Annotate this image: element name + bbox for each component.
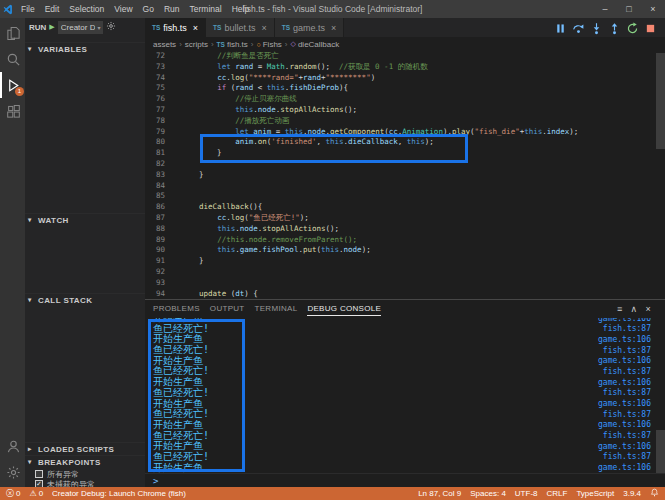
line-number[interactable]: 75 [145, 83, 175, 94]
checkbox-unchecked[interactable] [35, 470, 43, 478]
line-number[interactable]: 86 [145, 202, 175, 213]
panel-scrollbar[interactable] [656, 430, 665, 473]
breadcrumb-item[interactable]: assets [153, 40, 176, 49]
code-line[interactable]: 80 anim.on('finished', this.dieCallback,… [145, 137, 665, 148]
code-line[interactable]: 75 if (rand < this.fishDieProb){ [145, 83, 665, 94]
breadcrumb-item[interactable]: scripts [185, 40, 208, 49]
close-button[interactable]: × [641, 0, 665, 18]
code-line[interactable]: 90 this.game.fishPool.put(this.node); [145, 245, 665, 256]
line-number[interactable]: 89 [145, 235, 175, 246]
code-line[interactable]: 79 let anim = this.node.getComponent(cc.… [145, 127, 665, 138]
breadcrumb-item[interactable]: ◇dieCallback [291, 40, 340, 49]
line-number[interactable]: 91 [145, 256, 175, 267]
console-source-link[interactable]: game.ts:106 [598, 378, 665, 387]
code-line[interactable]: 73 let rand = Math.random(); //获取是 0 -1 … [145, 62, 665, 73]
debug-console-input[interactable]: > [145, 473, 665, 487]
line-number[interactable]: 77 [145, 105, 175, 116]
panel-tab-output[interactable]: OUTPUT [210, 302, 245, 316]
stop-icon[interactable] [644, 21, 657, 34]
section-variables[interactable]: VARIABLES [25, 42, 145, 55]
console-source-link[interactable]: game.ts:106 [598, 463, 665, 472]
code-line[interactable]: 82 [145, 159, 665, 170]
line-number[interactable]: 79 [145, 127, 175, 138]
explorer-icon[interactable] [0, 20, 25, 46]
console-source-link[interactable]: game.ts:106 [598, 399, 665, 408]
editor-scrollbar[interactable] [656, 53, 665, 149]
line-number[interactable]: 74 [145, 73, 175, 84]
breakpoint-all-exceptions[interactable]: 所有异常 [35, 469, 79, 479]
code-line[interactable]: 85 [145, 191, 665, 202]
step-out-icon[interactable] [608, 21, 621, 34]
code-line[interactable]: 83 } [145, 170, 665, 181]
console-source-link[interactable]: game.ts:106 [598, 356, 665, 365]
section-watch[interactable]: WATCH [25, 213, 145, 226]
line-number[interactable]: 81 [145, 148, 175, 159]
console-source-link[interactable]: fish.ts:87 [603, 367, 665, 376]
line-number[interactable]: 93 [145, 278, 175, 289]
code-line[interactable]: 84 [145, 181, 665, 192]
code-line[interactable]: 77 this.node.stopAllActions(); [145, 105, 665, 116]
indentation[interactable]: Spaces: 4 [470, 489, 506, 498]
code-line[interactable]: 88 this.node.stopAllActions(); [145, 224, 665, 235]
restart-icon[interactable] [626, 21, 639, 34]
line-number[interactable]: 72 [145, 51, 175, 62]
tab-game.ts[interactable]: TSgame.ts× [275, 18, 345, 37]
language-mode[interactable]: TypeScript [576, 489, 614, 498]
problems-warnings[interactable]: ⚠0 [29, 489, 43, 498]
line-number[interactable]: 76 [145, 94, 175, 105]
code-line[interactable]: 86 dieCallback(){ [145, 202, 665, 213]
console-source-link[interactable]: fish.ts:87 [603, 388, 665, 397]
code-line[interactable]: 72 //判断鱼是否死亡 [145, 51, 665, 62]
typescript-version[interactable]: 3.9.4 [623, 489, 641, 498]
account-icon[interactable] [0, 433, 25, 459]
line-number[interactable]: 85 [145, 191, 175, 202]
console-source-link[interactable]: fish.ts:87 [603, 346, 665, 355]
line-number[interactable]: 83 [145, 170, 175, 181]
close-tab-icon[interactable]: × [193, 23, 198, 33]
line-number[interactable]: 82 [145, 159, 175, 170]
menu-file[interactable]: File [16, 4, 40, 14]
close-tab-icon[interactable]: × [331, 23, 336, 33]
line-number[interactable]: 88 [145, 224, 175, 235]
console-source-link[interactable]: fish.ts:87 [603, 324, 665, 333]
console-source-link[interactable]: game.ts:106 [598, 420, 665, 429]
notifications-bell[interactable] [650, 488, 659, 499]
eol[interactable]: CRLF [547, 489, 568, 498]
code-line[interactable]: 74 cc.log("****rand="+rand+"********") [145, 73, 665, 84]
checkbox-checked[interactable] [35, 480, 43, 487]
breadcrumb-item[interactable]: ○Fishs [256, 40, 281, 49]
menu-terminal[interactable]: Terminal [185, 4, 227, 14]
console-source-link[interactable]: game.ts:106 [598, 318, 665, 323]
menu-view[interactable]: View [109, 4, 137, 14]
panel-tab-terminal[interactable]: TERMINAL [255, 302, 298, 316]
code-line[interactable]: 94 update (dt) { [145, 289, 665, 299]
line-number[interactable]: 90 [145, 245, 175, 256]
line-number[interactable]: 87 [145, 213, 175, 224]
code-line[interactable]: 93 [145, 278, 665, 289]
debug-config-dropdown[interactable]: Creator D ▾ [58, 21, 104, 34]
close-panel-icon[interactable]: × [645, 304, 651, 314]
step-into-icon[interactable] [590, 21, 603, 34]
code-line[interactable]: 81 } [145, 148, 665, 159]
line-number[interactable]: 80 [145, 137, 175, 148]
start-debug-icon[interactable]: ▶ [49, 23, 54, 31]
panel-tab-problems[interactable]: PROBLEMS [153, 302, 200, 316]
minimize-button[interactable]: – [593, 0, 617, 18]
cursor-position[interactable]: Ln 87, Col 9 [418, 489, 461, 498]
pause-icon[interactable] [554, 21, 567, 34]
problems-errors[interactable]: ⓧ0 [6, 488, 20, 499]
tab-fish.ts[interactable]: TSfish.ts× [145, 18, 206, 37]
section-loaded-scripts[interactable]: LOADED SCRIPTS [25, 442, 145, 455]
breadcrumb-item[interactable]: TSfish.ts [217, 40, 248, 49]
search-icon[interactable] [0, 46, 25, 72]
line-number[interactable]: 94 [145, 289, 175, 299]
section-breakpoints[interactable]: BREAKPOINTS [25, 455, 145, 468]
tab-bullet.ts[interactable]: TSbullet.ts× [206, 18, 275, 37]
code-line[interactable]: 78 //播放死亡动画 [145, 116, 665, 127]
panel-tab-debug-console[interactable]: DEBUG CONSOLE [307, 302, 381, 316]
menu-selection[interactable]: Selection [64, 4, 109, 14]
code-line[interactable]: 76 //停止贝塞尔曲线 [145, 94, 665, 105]
line-number[interactable]: 78 [145, 116, 175, 127]
step-over-icon[interactable] [572, 21, 585, 34]
code-line[interactable]: 91 } [145, 256, 665, 267]
